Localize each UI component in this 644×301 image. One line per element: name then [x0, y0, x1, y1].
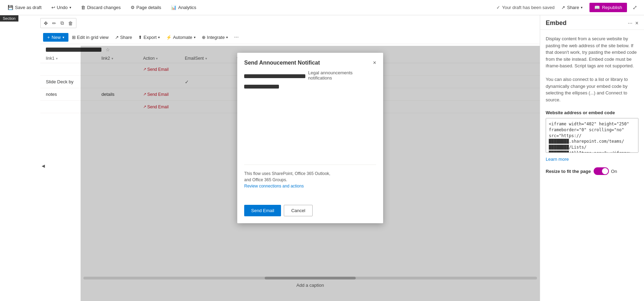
close-icon: ×: [635, 20, 638, 26]
content-area: ✥ ✏ ⧉ 🗑 + New ▾ ⊞ Edit in grid view ↗: [0, 15, 540, 301]
edit-grid-label: Edit in grid view: [77, 35, 109, 40]
export-label: Export: [143, 35, 157, 40]
section-copy-button[interactable]: ⧉: [59, 19, 66, 27]
discard-changes-label: Discard changes: [87, 5, 121, 10]
edit-grid-view-button[interactable]: ⊞ Edit in grid view: [69, 33, 112, 42]
discard-changes-button[interactable]: 🗑 Discard changes: [79, 3, 123, 11]
modal-subtitle-row: Legal announcements notifications: [244, 70, 376, 82]
section-tools: ✥ ✏ ⧉ 🗑: [40, 18, 76, 28]
section-move-button[interactable]: ✥: [42, 19, 50, 27]
section-edit-button[interactable]: ✏: [50, 19, 58, 27]
embed-code-textarea[interactable]: <iframe width="402" height="250" framebo…: [546, 118, 638, 153]
modal-overlay: Send Annoucement Notificat × Legal annou…: [81, 46, 540, 301]
republish-button[interactable]: 📖 Republish: [589, 3, 627, 12]
right-panel-actions: ··· ×: [628, 20, 638, 26]
share-list-label: Share: [120, 35, 132, 40]
right-panel-more-button[interactable]: ···: [628, 20, 632, 26]
edit-grid-icon: ⊞: [72, 35, 76, 40]
share-button[interactable]: ↗ Share ▾: [559, 3, 585, 11]
right-panel-header: Embed ··· ×: [540, 15, 644, 30]
toggle-container: On: [594, 167, 617, 175]
save-icon: 💾: [8, 5, 13, 10]
send-email-label: Send Email: [251, 208, 274, 213]
republish-label: Republish: [602, 5, 622, 10]
list-toolbar: + New ▾ ⊞ Edit in grid view ↗ Share ⬆ Ex…: [40, 31, 540, 44]
send-email-button[interactable]: Send Email: [244, 205, 281, 216]
share-list-button[interactable]: ↗ Share: [112, 33, 135, 42]
analytics-label: Analytics: [178, 5, 196, 10]
more-toolbar-button[interactable]: ···: [231, 33, 241, 42]
top-bar-right: ✓ Your draft has been saved ↗ Share ▾ 📖 …: [496, 3, 638, 12]
saved-message: ✓ Your draft has been saved: [496, 5, 554, 10]
resize-label: Resize to fit the page: [546, 169, 591, 174]
col-link1-label: link1: [46, 56, 55, 61]
section-label: Section: [0, 15, 18, 22]
undo-button[interactable]: ↩ Undo ▾: [49, 3, 73, 11]
cancel-button[interactable]: Cancel: [284, 205, 312, 216]
undo-label: Undo: [57, 5, 68, 10]
analytics-icon: 📊: [171, 5, 176, 10]
new-btn-label: New: [52, 35, 61, 40]
export-icon: ⬆: [138, 35, 142, 40]
undo-chevron-icon: ▾: [69, 6, 71, 9]
modal-body: This flow uses SharePoint, Office 365 Ou…: [244, 95, 376, 199]
send-email-modal: Send Annoucement Notificat × Legal annou…: [237, 53, 383, 223]
plus-icon: +: [47, 35, 50, 40]
share-list-icon: ↗: [115, 35, 119, 40]
modal-sub-row: [244, 84, 376, 90]
website-address-label: Website address or embed code: [546, 110, 638, 115]
saved-message-text: Your draft has been saved: [502, 5, 554, 10]
top-bar-left: 💾 Save as draft ↩ Undo ▾ 🗑 Discard chang…: [6, 3, 491, 11]
integrate-chevron-icon: ▾: [226, 35, 228, 39]
save-as-draft-button[interactable]: 💾 Save as draft: [6, 3, 44, 11]
modal-sub-redacted: [244, 85, 279, 89]
resize-section: Resize to fit the page On: [546, 167, 638, 175]
scroll-left-button[interactable]: ◀: [40, 163, 46, 169]
integrate-button[interactable]: ⊕ Integrate ▾: [199, 33, 231, 42]
list-container: + New ▾ ⊞ Edit in grid view ↗ Share ⬆ Ex…: [40, 31, 540, 301]
main-layout: ✥ ✏ ⧉ 🗑 + New ▾ ⊞ Edit in grid view ↗: [0, 15, 644, 301]
page-details-label: Page details: [137, 5, 162, 10]
automate-icon: ⚡: [166, 35, 172, 40]
integrate-label: Integrate: [207, 35, 225, 40]
col-link1-sort-icon: ▾: [56, 57, 58, 60]
share-icon: ↗: [561, 5, 565, 10]
modal-title: Send Annoucement Notificat: [244, 60, 373, 66]
page-details-icon: ⚙: [131, 5, 135, 10]
resize-toggle[interactable]: [594, 167, 609, 175]
export-chevron-icon: ▾: [158, 35, 160, 39]
republish-icon: 📖: [594, 5, 600, 10]
section-delete-button[interactable]: 🗑: [66, 19, 75, 27]
export-button[interactable]: ⬆ Export ▾: [135, 33, 163, 42]
more-icon: ···: [628, 20, 632, 26]
modal-close-icon: ×: [373, 60, 376, 66]
right-panel-close-button[interactable]: ×: [635, 20, 638, 26]
automate-button[interactable]: ⚡ Automate ▾: [163, 33, 198, 42]
cancel-label: Cancel: [291, 208, 305, 213]
expand-button[interactable]: ⤢: [631, 3, 638, 12]
analytics-button[interactable]: 📊 Analytics: [169, 3, 198, 11]
share-chevron-icon: ▾: [581, 6, 583, 9]
modal-close-button[interactable]: ×: [373, 60, 376, 66]
check-icon: ✓: [496, 5, 500, 10]
modal-actions: Send Email Cancel: [244, 205, 376, 216]
top-bar: 💾 Save as draft ↩ Undo ▾ 🗑 Discard chang…: [0, 0, 644, 15]
undo-icon: ↩: [51, 5, 55, 10]
automate-chevron-icon: ▾: [194, 35, 196, 39]
new-chevron-icon: ▾: [63, 35, 64, 39]
right-panel-title: Embed: [546, 19, 567, 27]
embed-description: Display content from a secure website by…: [546, 35, 638, 103]
learn-more-link[interactable]: Learn more: [546, 157, 638, 162]
automate-label: Automate: [173, 35, 192, 40]
modal-header: Send Annoucement Notificat ×: [244, 60, 376, 66]
new-button[interactable]: + New ▾: [43, 33, 68, 42]
right-panel-body: Display content from a secure website by…: [540, 30, 644, 301]
discard-icon: 🗑: [81, 5, 85, 10]
save-as-draft-label: Save as draft: [15, 5, 42, 10]
right-panel: Embed ··· × Display content from a secur…: [540, 15, 644, 301]
connections-text: This flow uses SharePoint, Office 365 Ou…: [244, 170, 376, 183]
modal-subtitle: Legal announcements notifications: [308, 70, 376, 81]
review-connections-link[interactable]: Review connections and actions: [244, 184, 304, 189]
share-label: Share: [567, 5, 579, 10]
page-details-button[interactable]: ⚙ Page details: [129, 3, 164, 11]
